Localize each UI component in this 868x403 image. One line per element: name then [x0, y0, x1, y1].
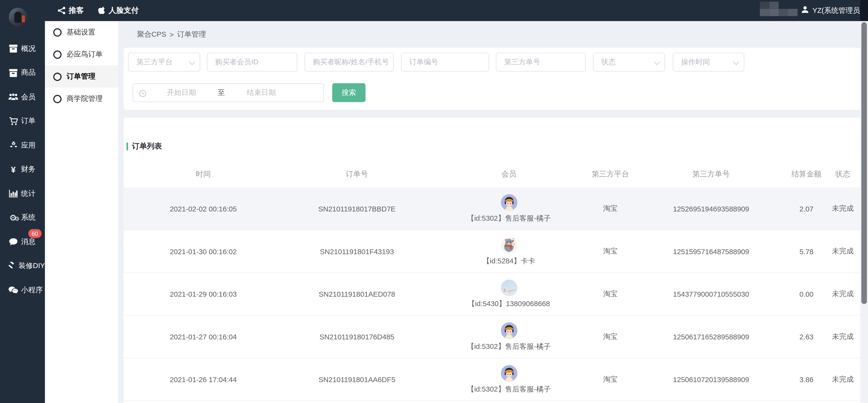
girl-orange-hat-avatar	[500, 194, 517, 211]
col-platform: 第三方平台	[587, 169, 634, 179]
order-time: 2021-02-02 00:16:05	[124, 205, 283, 213]
settle-amount: 5.78	[788, 247, 825, 255]
settle-amount: 2.63	[788, 333, 825, 341]
blossom-photo-avatar	[500, 279, 517, 296]
settle-amount: 3.86	[788, 375, 825, 383]
circle-icon	[53, 95, 61, 103]
orders-cart-icon	[7, 117, 20, 125]
order-time: 2021-01-30 00:16:02	[124, 247, 283, 255]
sidebar-item-overview[interactable]: 概况	[0, 37, 45, 61]
col-member: 会员	[431, 169, 587, 179]
redacted-text-mosaic	[760, 2, 797, 16]
status-text: 未完成	[825, 332, 861, 342]
order-number: SN2101191801AED078	[283, 290, 431, 298]
chevron-down-icon	[654, 59, 660, 65]
col-status: 状态	[825, 169, 861, 179]
table-row: 2021-01-26 17:04:44SN2101191801AA6DF5【id…	[124, 358, 861, 401]
sub-menu: 基础设置 必应鸟订单 订单管理 商学院管理	[45, 21, 118, 403]
sidebar-item-messages[interactable]: 60 消息	[0, 230, 45, 254]
submenu-item-order-management[interactable]: 订单管理	[45, 66, 118, 88]
tab-face-pay[interactable]: 人脸支付	[98, 6, 138, 16]
main-content: 聚合CPS > 订单管理 第三方平台 购买者会员ID 购买者昵称/姓名/手机号 …	[118, 21, 868, 403]
filter-card: 第三方平台 购买者会员ID 购买者昵称/姓名/手机号 订单编号 第三方单号 状态…	[124, 48, 861, 110]
stats-chart-icon	[7, 190, 20, 197]
member-name: 【id:5302】售后客服-橘子	[467, 384, 551, 394]
status-select[interactable]: 状态	[593, 53, 665, 72]
table-row: 2021-01-27 00:16:04SN210119180176D485【id…	[124, 316, 861, 358]
page-scrollbar[interactable]	[860, 21, 868, 403]
member-cell: 【id:5302】售后客服-橘子	[431, 322, 587, 351]
table-row: 2021-01-29 00:16:03SN2101191801AED078【id…	[124, 273, 861, 316]
breadcrumb-separator: >	[170, 30, 174, 39]
sidebar-item-apps[interactable]: 应用	[0, 133, 45, 157]
topbar-scrollbar-corner	[860, 0, 868, 21]
sidebar-item-orders[interactable]: 订单	[0, 109, 45, 133]
member-name: 【id:5430】13809068668	[468, 299, 550, 309]
member-name: 【id:5302】售后客服-橘子	[467, 213, 551, 223]
circle-icon	[53, 28, 61, 36]
user-menu[interactable]: YZ(系统管理员)	[801, 0, 862, 21]
profile-avatar[interactable]	[9, 8, 27, 26]
green-accent-bar	[126, 143, 128, 150]
order-no-input[interactable]: 订单编号	[401, 53, 489, 72]
user-label: YZ(系统管理员)	[812, 6, 862, 16]
sidebar-item-miniprogram[interactable]: 小程序	[0, 278, 45, 302]
members-users-icon	[7, 93, 20, 101]
buyer-name-input[interactable]: 购买者昵称/姓名/手机号	[304, 53, 394, 72]
scrollbar-thumb[interactable]	[862, 22, 867, 304]
platform: 淘宝	[587, 289, 634, 299]
third-party-number: 1543779000710555030	[634, 290, 788, 298]
order-number: SN21011918017BBD7E	[283, 205, 431, 213]
chevron-down-icon	[189, 59, 195, 65]
goods-box-icon	[7, 69, 20, 77]
share-icon	[58, 6, 65, 14]
search-button[interactable]: 搜索	[332, 83, 366, 102]
platform: 淘宝	[587, 204, 634, 214]
tab-tuike[interactable]: 推客	[58, 6, 84, 16]
buyer-id-input[interactable]: 购买者会员ID	[207, 53, 297, 72]
diy-gavel-icon	[7, 262, 17, 270]
girl-orange-hat-avatar	[500, 322, 517, 339]
top-bar: 推客 人脸支付 YZ(系统管理员)	[0, 0, 868, 21]
grey-hippo-scarf-avatar: wink	[500, 237, 517, 253]
start-date-placeholder[interactable]: 开始日期	[156, 84, 206, 101]
status-text: 未完成	[825, 374, 861, 384]
third-party-number: 1251595716487588909	[634, 247, 788, 255]
platform: 淘宝	[587, 374, 634, 384]
breadcrumb: 聚合CPS > 订单管理	[118, 21, 868, 48]
member-cell: 【id:5302】售后客服-橘子	[431, 365, 587, 394]
finance-yen-icon: ¥	[7, 165, 20, 173]
tab-label: 推客	[69, 6, 84, 16]
end-date-placeholder[interactable]: 结束日期	[236, 84, 286, 101]
girl-orange-hat-avatar	[500, 365, 517, 381]
order-time: 2021-01-26 17:04:44	[124, 375, 283, 383]
sidebar-item-finance[interactable]: ¥ 财务	[0, 157, 45, 181]
table-body: 2021-02-02 00:16:05SN21011918017BBD7E【id…	[124, 187, 861, 401]
order-number: SN2101191801F43193	[283, 247, 431, 255]
submenu-item-basic-settings[interactable]: 基础设置	[45, 21, 118, 43]
circle-icon	[53, 72, 61, 81]
sidebar-item-system[interactable]: ⚙⚙ 系统	[0, 206, 45, 230]
submenu-item-bingbird-orders[interactable]: 必应鸟订单	[45, 43, 118, 65]
date-range-picker[interactable]: 开始日期 至 结束日期	[132, 83, 324, 102]
member-cell: 【id:5302】售后客服-橘子	[431, 194, 587, 223]
sidebar-item-members[interactable]: 会员	[0, 85, 45, 109]
breadcrumb-parent[interactable]: 聚合CPS	[137, 29, 166, 39]
member-name: 【id:5302】售后客服-橘子	[467, 341, 551, 351]
third-party-no-input[interactable]: 第三方单号	[496, 53, 586, 72]
system-gears-icon: ⚙⚙	[7, 213, 20, 222]
status-text: 未完成	[825, 204, 861, 214]
sidebar-item-diy[interactable]: 装修DIY	[0, 254, 45, 278]
platform-select[interactable]: 第三方平台	[128, 53, 200, 72]
status-text: 未完成	[825, 246, 861, 256]
op-time-select[interactable]: 操作时间	[673, 53, 744, 72]
main-sidebar: 概况 商品 会员 订单 应用 ¥ 财务	[0, 0, 45, 403]
tab-label: 人脸支付	[109, 6, 138, 16]
submenu-item-academy[interactable]: 商学院管理	[45, 88, 118, 110]
sidebar-item-stats[interactable]: 统计	[0, 181, 45, 206]
member-cell: 【id:5430】13809068668	[431, 279, 587, 309]
order-number: SN2101191801AA6DF5	[283, 375, 431, 383]
card-title: 订单列表	[126, 142, 162, 152]
sidebar-item-goods[interactable]: 商品	[0, 61, 45, 85]
person-icon	[801, 6, 809, 16]
